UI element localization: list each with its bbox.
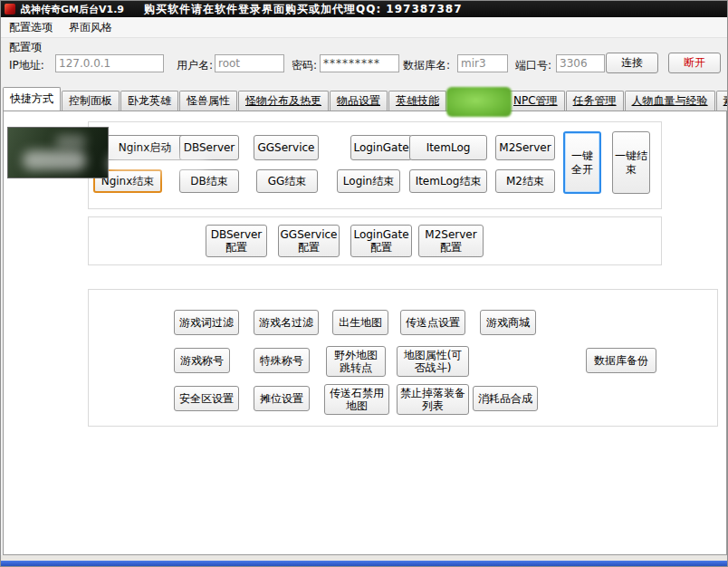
database-input[interactable]	[457, 54, 508, 72]
stop-itemlog-button[interactable]: ItemLog结束	[409, 169, 487, 193]
dbserver-config-button[interactable]: DBServer 配置	[206, 225, 267, 257]
stop-login-button[interactable]: Login结束	[337, 169, 400, 193]
start-ggservice-button[interactable]: GGService	[254, 135, 319, 160]
tab-control-panel[interactable]: 控制面板	[62, 91, 120, 111]
start-dbserver-button[interactable]: DBServer	[179, 135, 239, 160]
stop-gg-button[interactable]: GG结束	[256, 169, 318, 193]
ip-input[interactable]	[55, 54, 164, 72]
tab-hp-exp[interactable]: 人物血量与经验	[625, 91, 715, 111]
app-icon	[5, 4, 15, 14]
ip-label: IP地址:	[9, 58, 44, 73]
wild-map-jump-button[interactable]: 野外地图 跳转点	[326, 346, 386, 377]
tab-item-settings[interactable]: 物品设置	[330, 91, 388, 111]
consumable-synthesis-button[interactable]: 消耗品合成	[473, 386, 538, 411]
game-tools-group: 游戏词过滤 游戏名过滤 出生地图 传送点设置 游戏商城 游戏称号 特殊称号 野外…	[88, 289, 718, 427]
tab-hero-skills[interactable]: 英雄技能	[388, 91, 446, 111]
title-bar: 战神传奇GM后台V1.9 购买软件请在软件登录界面购买或加代理QQ: 19738…	[1, 1, 727, 17]
title-notice: 购买软件请在软件登录界面购买或加代理QQ: 197387387	[144, 2, 463, 17]
port-input[interactable]	[556, 54, 605, 72]
logingate-config-button[interactable]: LoginGate 配置	[350, 225, 412, 257]
password-input[interactable]	[320, 54, 399, 72]
one-click-stop-all-button[interactable]: 一键结束	[612, 131, 650, 194]
menu-bar: 配置选项 界面风格	[1, 17, 727, 38]
connect-button[interactable]: 连接	[606, 53, 658, 73]
config-group-label: 配置项	[9, 40, 42, 55]
tab-monster-distribution[interactable]: 怪物分布及热更	[238, 91, 329, 111]
no-drop-equipment-button[interactable]: 禁止掉落装备列表	[397, 384, 469, 415]
start-logingate-button[interactable]: LoginGate	[350, 135, 412, 160]
user-label: 用户名:	[177, 58, 213, 73]
start-m2server-button[interactable]: M2Server	[495, 135, 555, 160]
server-config-group: DBServer 配置 GGService 配置 LoginGate 配置 M2…	[88, 216, 662, 265]
preview-image	[7, 127, 109, 178]
tab-wolong-heroes[interactable]: 卧龙英雄	[120, 91, 178, 111]
safe-zone-button[interactable]: 安全区设置	[174, 386, 239, 411]
word-filter-button[interactable]: 游戏词过滤	[174, 310, 239, 335]
menu-ui-style[interactable]: 界面风格	[61, 17, 120, 38]
teleport-point-button[interactable]: 传送点设置	[400, 310, 465, 335]
m2server-config-button[interactable]: M2Server 配置	[418, 225, 484, 257]
tab-monster-attributes[interactable]: 怪兽属性	[179, 91, 237, 111]
stall-settings-button[interactable]: 摊位设置	[254, 386, 310, 411]
stop-db-button[interactable]: DB结束	[179, 169, 239, 193]
tab-task-management[interactable]: 任务管理	[566, 91, 624, 111]
port-label: 端口号:	[515, 58, 551, 73]
stop-m2-button[interactable]: M2结束	[495, 169, 555, 193]
database-label: 数据库名:	[403, 58, 450, 73]
birth-map-button[interactable]: 出生地图	[332, 310, 388, 335]
start-nginx-button[interactable]: Nginx启动	[101, 135, 188, 160]
name-filter-button[interactable]: 游戏名过滤	[254, 310, 319, 335]
database-backup-button[interactable]: 数据库备份	[586, 348, 656, 373]
ggservice-config-button[interactable]: GGService 配置	[278, 225, 340, 257]
start-itemlog-button[interactable]: ItemLog	[409, 135, 487, 160]
taskbar-strip	[1, 561, 727, 567]
map-attribute-button[interactable]: 地图属性(可否战斗)	[397, 346, 469, 377]
tab-shortcuts[interactable]: 快捷方式	[3, 87, 61, 111]
special-title-button[interactable]: 特殊称号	[254, 348, 310, 373]
server-control-group: Nginx启动 DBServer GGService LoginGate Ite…	[88, 121, 662, 209]
game-title-button[interactable]: 游戏称号	[174, 348, 230, 373]
game-shop-button[interactable]: 游戏商城	[480, 310, 536, 335]
window-title: 战神传奇GM后台V1.9	[21, 3, 124, 16]
one-click-start-all-button[interactable]: 一键全开	[563, 131, 601, 194]
tab-npc-management[interactable]: NPC管理	[506, 91, 565, 111]
tab-bar: 快捷方式 控制面板 卧龙英雄 怪兽属性 怪物分布及热更 物品设置 英雄技能 玩家…	[3, 88, 725, 111]
user-input[interactable]	[215, 54, 284, 72]
password-label: 密码:	[292, 58, 317, 73]
menu-config-options[interactable]: 配置选项	[1, 17, 61, 38]
teleport-stone-ban-button[interactable]: 传送石禁用地图	[324, 384, 389, 415]
app-window: 战神传奇GM后台V1.9 购买软件请在软件登录界面购买或加代理QQ: 19738…	[0, 0, 728, 567]
disconnect-button[interactable]: 断开	[668, 53, 721, 73]
tab-material-hotupdate[interactable]: 素材热更	[716, 91, 728, 111]
tab-player-skills[interactable]: 玩家技能	[447, 91, 505, 111]
